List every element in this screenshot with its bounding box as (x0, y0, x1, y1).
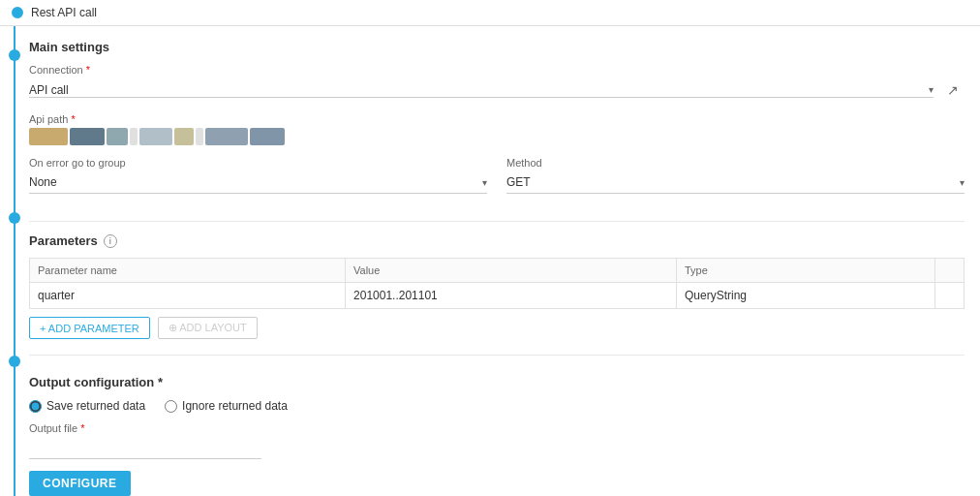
method-arrow-icon: ▾ (960, 177, 965, 188)
external-link-icon[interactable]: ↗ (941, 78, 965, 102)
connection-select[interactable]: API call (29, 83, 929, 97)
param-type-cell: QueryString (676, 283, 934, 309)
output-title: Output configuration * (29, 371, 965, 389)
connection-arrow-icon: ▾ (929, 84, 934, 95)
timeline-dot-1 (9, 49, 20, 61)
action-buttons: + ADD PARAMETER ⊕ ADD LAYOUT (29, 317, 965, 339)
add-layout-button[interactable]: ⊕ ADD LAYOUT (158, 317, 258, 339)
parameters-title: Parameters (29, 233, 98, 248)
connection-field-group: Connection * API call ▾ ↗ (29, 64, 965, 102)
info-icon[interactable]: i (104, 234, 117, 248)
path-block-5 (174, 128, 194, 145)
col-header-type: Type (676, 259, 934, 283)
ignore-returned-option[interactable]: Ignore returned data (165, 399, 288, 413)
path-block-7 (250, 128, 285, 145)
output-file-label: Output file * (29, 422, 261, 434)
separator-2 (29, 355, 965, 356)
output-file-input[interactable] (29, 437, 261, 459)
page-title: Rest API call (31, 6, 97, 19)
param-value-cell: 201001..201101 (346, 283, 677, 309)
col-header-actions (935, 259, 965, 283)
ignore-returned-label: Ignore returned data (182, 399, 288, 413)
page-wrapper: Rest API call Main settings Connection * (0, 0, 980, 496)
connection-select-wrapper[interactable]: API call ▾ (29, 83, 934, 98)
parameters-section: Parameters i Parameter name Value Type (29, 233, 965, 339)
on-error-arrow-icon: ▾ (482, 177, 487, 188)
on-error-field-group: On error go to group None ▾ (29, 157, 487, 194)
parameters-header: Parameters i (29, 233, 965, 248)
method-select[interactable]: GET POST PUT DELETE PATCH (506, 175, 960, 189)
col-header-value: Value (346, 259, 677, 283)
ignore-returned-radio[interactable] (165, 400, 177, 413)
timeline-dot-3 (9, 356, 20, 367)
save-returned-radio[interactable] (29, 400, 42, 413)
path-block-6 (205, 128, 248, 145)
main-settings-title: Main settings (29, 36, 965, 54)
timeline-line (14, 26, 15, 496)
on-error-label: On error go to group (29, 157, 487, 169)
output-section: Output configuration * Save returned dat… (29, 371, 965, 496)
main-content: Main settings Connection * API call ▾ (0, 26, 980, 496)
param-action-cell (935, 283, 965, 309)
table-row: quarter 201001..201101 QueryString (30, 283, 965, 309)
api-path-label: Api path * (29, 113, 965, 125)
save-returned-option[interactable]: Save returned data (29, 399, 145, 413)
output-file-field-group: Output file * (29, 422, 261, 459)
save-returned-label: Save returned data (46, 399, 145, 413)
method-label: Method (506, 157, 965, 169)
add-parameter-button[interactable]: + ADD PARAMETER (29, 317, 150, 339)
connection-row: API call ▾ ↗ (29, 78, 965, 102)
method-field-group: Method GET POST PUT DELETE PATCH ▾ (506, 157, 965, 194)
path-block-1 (29, 128, 68, 145)
api-path-field-group: Api path * (29, 113, 965, 145)
parameters-table: Parameter name Value Type quarter 201001… (29, 258, 965, 309)
path-block-gap2 (196, 128, 203, 145)
main-settings-section: Main settings Connection * API call ▾ (29, 36, 965, 205)
on-error-select[interactable]: None (29, 175, 482, 189)
path-block-2 (70, 128, 105, 145)
path-block-4 (139, 128, 172, 145)
timeline (0, 26, 29, 496)
content-area: Main settings Connection * API call ▾ (29, 26, 980, 496)
error-method-row: On error go to group None ▾ Method G (29, 157, 965, 205)
separator-1 (29, 221, 965, 222)
col-header-name: Parameter name (30, 259, 346, 283)
path-block-3 (107, 128, 128, 145)
top-bar: Rest API call (0, 0, 980, 26)
connection-label: Connection * (29, 64, 965, 76)
radio-dot (12, 7, 23, 18)
configure-button[interactable]: CONFIGURE (29, 471, 131, 496)
table-header-row: Parameter name Value Type (30, 259, 965, 283)
radio-group: Save returned data Ignore returned data (29, 399, 965, 413)
api-path-colors[interactable] (29, 128, 965, 145)
timeline-dot-2 (9, 212, 20, 224)
path-block-gap (130, 128, 138, 145)
param-name-cell: quarter (30, 283, 346, 309)
